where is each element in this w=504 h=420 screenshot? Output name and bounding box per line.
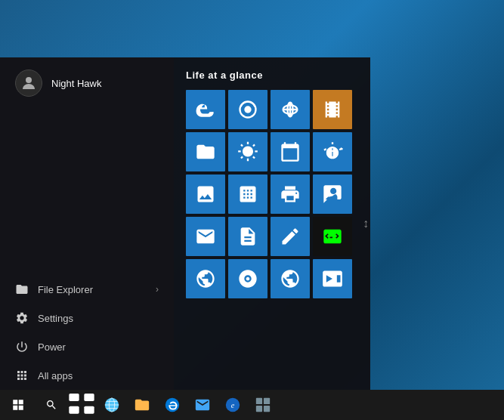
taskbar-mail-icon[interactable] bbox=[187, 390, 218, 420]
tile-word-icon bbox=[235, 224, 261, 249]
power-icon bbox=[15, 340, 29, 354]
globe-taskbar-icon bbox=[104, 397, 120, 413]
svg-rect-7 bbox=[69, 394, 79, 401]
task-view-icon bbox=[66, 390, 97, 420]
grid-icon bbox=[15, 369, 29, 382]
search-button[interactable] bbox=[36, 390, 66, 420]
taskbar-folder-icon[interactable] bbox=[127, 390, 157, 420]
tile-teamviewer-icon bbox=[320, 181, 345, 207]
power-label: Power bbox=[38, 341, 66, 353]
tile-calendar-icon bbox=[277, 139, 303, 165]
tile-disk-icon bbox=[235, 266, 261, 292]
tile-ie[interactable] bbox=[271, 90, 310, 129]
tile-file-explorer[interactable] bbox=[186, 132, 225, 171]
tile-cmd-icon bbox=[320, 224, 345, 249]
tile-mail[interactable] bbox=[186, 217, 225, 256]
app-taskbar-icon bbox=[255, 397, 271, 413]
file-explorer-arrow: › bbox=[156, 284, 159, 295]
tile-file-explorer-icon bbox=[193, 139, 218, 165]
tile-excel[interactable] bbox=[228, 174, 267, 214]
tile-edge[interactable] bbox=[186, 90, 225, 129]
svg-rect-19 bbox=[256, 398, 262, 404]
tiles-grid bbox=[186, 90, 358, 298]
tile-excel-icon bbox=[235, 181, 261, 207]
tile-movies[interactable] bbox=[313, 90, 352, 129]
file-explorer-label: File Explorer bbox=[38, 284, 93, 295]
tile-media-player-icon bbox=[320, 266, 345, 292]
start-menu-right-panel: Life at a glance bbox=[174, 57, 370, 390]
taskbar: e bbox=[0, 390, 504, 420]
taskbar-globe-icon[interactable] bbox=[97, 390, 127, 420]
tile-movies-icon bbox=[320, 97, 345, 122]
tile-firefox[interactable] bbox=[228, 90, 267, 129]
tile-photo2[interactable] bbox=[271, 217, 310, 256]
tile-alarms-icon bbox=[320, 139, 345, 165]
svg-point-2 bbox=[244, 106, 251, 113]
tile-weather-icon bbox=[235, 139, 261, 165]
start-menu-left-panel: Night Hawk File Explorer › Settings bbox=[0, 57, 174, 390]
folder-taskbar-icon bbox=[134, 397, 150, 413]
windows-logo-icon bbox=[11, 398, 25, 412]
tile-safari1-icon bbox=[193, 266, 218, 292]
user-name: Night Hawk bbox=[51, 78, 101, 89]
svg-rect-22 bbox=[264, 406, 270, 412]
menu-spacer bbox=[0, 116, 174, 275]
tile-calendar[interactable] bbox=[271, 132, 310, 171]
tile-photo2-icon bbox=[277, 224, 303, 249]
tile-word[interactable] bbox=[228, 217, 267, 256]
tile-disk[interactable] bbox=[228, 259, 267, 298]
settings-label: Settings bbox=[38, 313, 73, 324]
tile-photos-icon bbox=[193, 181, 218, 207]
svg-text:e: e bbox=[231, 401, 235, 409]
svg-rect-8 bbox=[84, 394, 94, 401]
mail-taskbar-icon bbox=[194, 397, 211, 413]
gear-icon bbox=[15, 311, 29, 325]
sidebar-item-file-explorer[interactable]: File Explorer › bbox=[0, 275, 174, 304]
search-icon bbox=[45, 399, 57, 411]
svg-rect-10 bbox=[84, 406, 94, 414]
taskbar-edge-icon[interactable] bbox=[157, 390, 187, 420]
ie-taskbar-icon: e bbox=[224, 397, 241, 413]
user-section[interactable]: Night Hawk bbox=[0, 57, 174, 109]
tile-firefox-icon bbox=[235, 97, 261, 122]
scrollbar[interactable]: ↕ bbox=[361, 57, 370, 390]
tile-scan[interactable] bbox=[271, 174, 310, 214]
tile-safari2-icon bbox=[277, 266, 303, 292]
edge-taskbar-icon bbox=[164, 397, 181, 413]
svg-rect-21 bbox=[256, 406, 262, 412]
tile-alarms[interactable] bbox=[313, 132, 352, 171]
taskbar-app-icon[interactable] bbox=[248, 390, 278, 420]
avatar bbox=[15, 69, 42, 97]
task-view-button[interactable] bbox=[66, 390, 97, 420]
svg-point-0 bbox=[26, 77, 32, 83]
taskbar-ie-icon[interactable]: e bbox=[218, 390, 248, 420]
user-avatar-icon bbox=[20, 74, 38, 92]
svg-rect-9 bbox=[69, 406, 79, 414]
sidebar-item-power[interactable]: Power bbox=[0, 332, 174, 361]
tile-safari1[interactable] bbox=[186, 259, 225, 298]
start-button[interactable] bbox=[0, 390, 36, 420]
sidebar-item-settings[interactable]: Settings bbox=[0, 304, 174, 332]
sidebar-item-all-apps[interactable]: All apps bbox=[0, 361, 174, 390]
svg-point-16 bbox=[165, 398, 179, 412]
folder-icon bbox=[15, 283, 29, 296]
tile-cmd[interactable] bbox=[313, 217, 352, 256]
tiles-section-title: Life at a glance bbox=[186, 69, 358, 81]
tile-weather[interactable] bbox=[228, 132, 267, 171]
tile-edge-icon bbox=[193, 97, 218, 122]
tile-ie-icon bbox=[277, 97, 303, 122]
svg-rect-20 bbox=[264, 398, 270, 404]
tile-teamviewer[interactable] bbox=[313, 174, 352, 214]
tile-safari2[interactable] bbox=[271, 259, 310, 298]
desktop: Night Hawk File Explorer › Settings bbox=[0, 0, 504, 420]
start-menu: Night Hawk File Explorer › Settings bbox=[0, 57, 370, 390]
scroll-indicator[interactable]: ↕ bbox=[363, 217, 369, 230]
tile-photos[interactable] bbox=[186, 174, 225, 214]
tile-media-player[interactable] bbox=[313, 259, 352, 298]
tile-mail-icon bbox=[193, 224, 218, 249]
taskbar-pinned-apps: e bbox=[97, 390, 504, 420]
tile-scan-icon bbox=[277, 181, 303, 207]
all-apps-label: All apps bbox=[38, 370, 73, 381]
